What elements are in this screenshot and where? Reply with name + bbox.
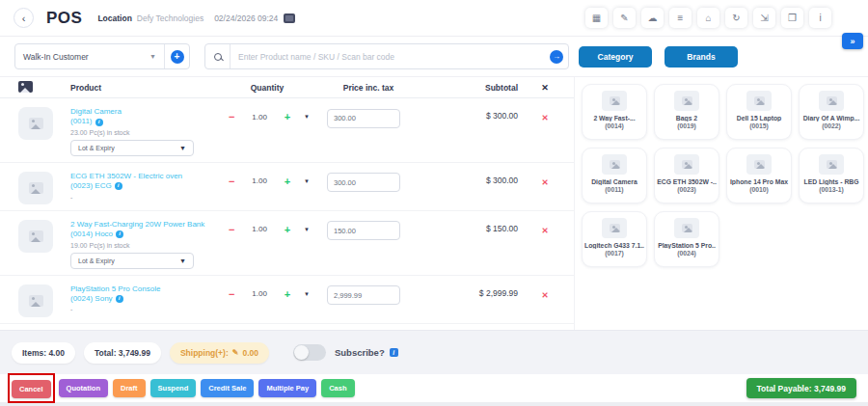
unit-dropdown-icon[interactable]: ▼	[304, 178, 310, 184]
pos-toggle-icon[interactable]: i	[809, 8, 831, 28]
increase-qty-button[interactable]: +	[285, 224, 290, 235]
price-input[interactable]	[327, 285, 400, 305]
card-product-name: Logitech G433 7.1..	[584, 242, 644, 249]
total-payable-button[interactable]: Total Payable: 3,749.99	[746, 378, 856, 398]
quantity-value: 1.00	[252, 113, 267, 122]
dash-text: -	[70, 194, 217, 201]
cash-register-icon[interactable]: ≡	[669, 8, 692, 28]
lot-expiry-select[interactable]: Lot & Expiry ▼	[70, 253, 194, 269]
remove-row-button[interactable]: ✕	[541, 287, 548, 300]
increase-qty-button[interactable]: +	[285, 288, 290, 300]
product-card[interactable]: Bags 2 (0019)	[654, 84, 719, 140]
product-thumbnail	[18, 284, 53, 317]
product-card[interactable]: Digital Camera (0011)	[582, 148, 647, 203]
remove-row-button[interactable]: ✕	[541, 223, 548, 235]
card-product-name: PlayStation 5 Pro..	[657, 242, 717, 249]
quantity-value: 1.00	[252, 289, 267, 298]
product-info-icon[interactable]: i	[116, 295, 123, 303]
cart-table-header: Product Quantity Price inc. tax Subtotal…	[0, 77, 574, 98]
decrease-qty-button[interactable]: −	[229, 176, 234, 187]
product-search-input[interactable]	[231, 52, 545, 62]
price-input[interactable]	[327, 173, 400, 192]
search-icon-box	[205, 44, 231, 68]
product-card[interactable]: Dell 15 Laptop (0015)	[726, 84, 792, 140]
card-product-name: 2 Way Fast-...	[584, 115, 644, 122]
summary-bar: Items: 4.00 Total: 3,749.99 Shipping(+):…	[0, 330, 868, 374]
register-edit-icon[interactable]: ✎	[613, 8, 636, 28]
card-thumbnail	[602, 91, 627, 111]
unit-dropdown-icon[interactable]: ▼	[304, 114, 310, 120]
decrease-qty-button[interactable]: −	[229, 111, 234, 122]
category-button[interactable]: Category	[579, 46, 652, 68]
draft-button[interactable]: Draft	[113, 379, 146, 397]
product-thumbnail	[18, 107, 53, 140]
credit-sale-button[interactable]: Credit Sale	[201, 379, 254, 397]
product-card[interactable]: 2 Way Fast-... (0014)	[582, 84, 647, 140]
image-placeholder-icon	[827, 160, 837, 169]
cancel-button[interactable]: Cancel	[12, 380, 51, 398]
multiple-pay-button[interactable]: Multiple Pay	[258, 379, 316, 397]
increase-qty-button[interactable]: +	[285, 111, 290, 122]
brands-button[interactable]: Brands	[665, 46, 738, 68]
collapse-panel-button[interactable]: »	[842, 33, 863, 49]
shipping-pill[interactable]: Shipping(+): ✎ 0.00	[170, 342, 269, 364]
decrease-qty-button[interactable]: −	[229, 288, 234, 300]
product-name-link[interactable]: Digital Camera	[70, 107, 217, 117]
quotation-button[interactable]: Quotation	[59, 379, 108, 397]
product-code: (0023) ECG	[70, 181, 112, 191]
product-card[interactable]: ECG ETH 3502W -.. (0023)	[654, 148, 719, 203]
product-card[interactable]: PlayStation 5 Pro.. (0024)	[654, 211, 719, 267]
price-input[interactable]	[327, 221, 400, 240]
remove-row-button[interactable]: ✕	[541, 110, 548, 122]
image-placeholder-icon	[29, 182, 43, 194]
subscribe-toggle[interactable]	[293, 344, 326, 361]
subscribe-info-icon[interactable]: i	[390, 348, 398, 357]
fullscreen-icon[interactable]: ⇲	[753, 8, 775, 28]
card-thumbnail	[674, 154, 699, 175]
product-card[interactable]: Diary Of A Wimp... (0022)	[799, 84, 864, 140]
store-icon[interactable]: ⌂	[697, 8, 719, 28]
add-customer-button[interactable]: +	[171, 50, 184, 64]
row-subtotal: $ 300.00	[410, 172, 518, 185]
highlight-annotation: Cancel	[12, 378, 51, 398]
card-thumbnail	[674, 218, 699, 238]
unit-dropdown-icon[interactable]: ▼	[304, 291, 310, 297]
unit-dropdown-icon[interactable]: ▼	[304, 227, 310, 232]
cloud-icon[interactable]: ☁	[641, 8, 664, 28]
product-grid: 2 Way Fast-... (0014) Bags 2 (0019) Dell…	[575, 77, 868, 330]
increase-qty-button[interactable]: +	[285, 176, 290, 187]
product-info-icon[interactable]: i	[115, 182, 122, 190]
stock-text: 19.00 Pc(s) in stock	[70, 242, 217, 249]
remove-row-button[interactable]: ✕	[541, 175, 548, 187]
card-thumbnail	[674, 91, 699, 111]
customer-select[interactable]: Walk-In Customer ▼	[15, 44, 164, 68]
card-product-code: (0010)	[729, 186, 789, 193]
windows-icon[interactable]: ❐	[781, 8, 803, 28]
product-name-link[interactable]: ECG ETH 3502W - Electric oven	[70, 172, 217, 181]
quantity-value: 1.00	[252, 176, 267, 185]
edit-pencil-icon: ✎	[232, 348, 239, 357]
lot-expiry-select[interactable]: Lot & Expiry ▼	[70, 140, 194, 156]
image-placeholder-icon	[29, 295, 43, 307]
sync-icon[interactable]: ↻	[725, 8, 747, 28]
qr-grid-icon[interactable]: ▦	[585, 8, 608, 28]
product-column-header: Product	[70, 83, 217, 93]
product-info-icon[interactable]: i	[116, 230, 123, 238]
image-placeholder-icon	[610, 96, 620, 105]
scan-barcode-button[interactable]: →	[550, 50, 563, 64]
product-name-link[interactable]: PlayStation 5 Pro Console	[70, 284, 217, 294]
cart-row: PlayStation 5 Pro Console (0024) Sony i …	[0, 276, 574, 324]
product-name-link[interactable]: 2 Way Fast-Charging 20W Power Bank	[70, 220, 217, 230]
suspend-button[interactable]: Suspend	[150, 379, 197, 397]
product-card[interactable]: Iphone 14 Pro Max (0010)	[726, 148, 792, 203]
card-thumbnail	[746, 154, 772, 175]
cart-row: ECG ETH 3502W - Electric oven (0023) ECG…	[0, 163, 574, 211]
customer-group: Walk-In Customer ▼ +	[14, 43, 190, 69]
product-card[interactable]: Logitech G433 7.1.. (0017)	[582, 211, 647, 267]
price-input[interactable]	[327, 109, 400, 128]
cash-button[interactable]: Cash	[321, 379, 354, 397]
product-info-icon[interactable]: i	[95, 119, 103, 126]
product-card[interactable]: LED Lights - RBG (0013-1)	[799, 148, 864, 203]
decrease-qty-button[interactable]: −	[229, 224, 234, 235]
back-button[interactable]: ‹	[14, 8, 34, 28]
